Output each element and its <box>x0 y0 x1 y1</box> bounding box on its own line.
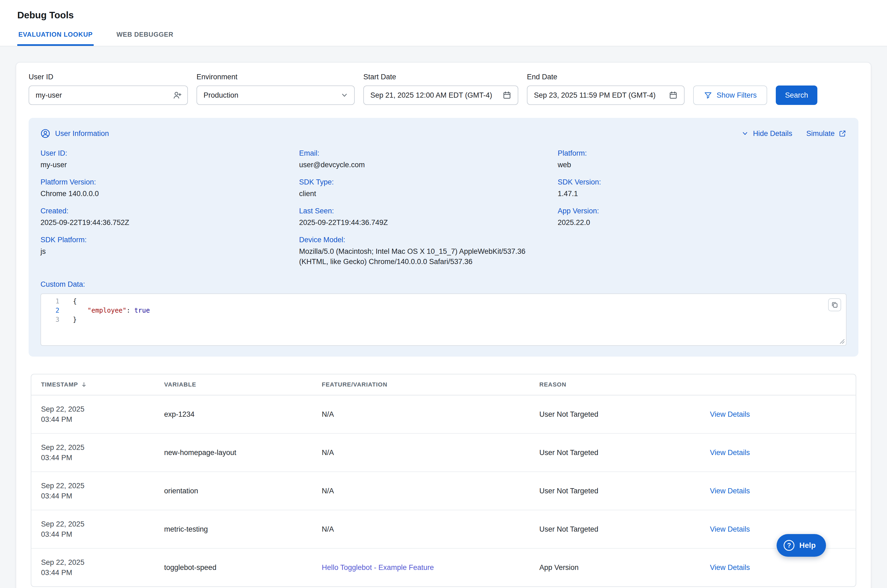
field-label: Platform Version: <box>41 178 299 186</box>
field-value: js <box>41 246 283 256</box>
environment-field: Environment Production <box>197 73 355 105</box>
timestamp-cell: Sep 22, 2025 03:44 PM <box>41 481 164 501</box>
user-info-field: Created: 2025-09-22T19:44:36.752Z <box>41 207 299 228</box>
environment-label: Environment <box>197 73 355 81</box>
user-info-column-2: Email: user@devcycle.com SDK Type: clien… <box>299 149 558 275</box>
evaluation-lookup-card: User ID Environment Production <box>16 62 871 588</box>
column-header-variable: VARIABLE <box>164 381 322 388</box>
field-label: Last Seen: <box>299 207 558 215</box>
end-date-value: Sep 23, 2025 11:59 PM EDT (GMT-4) <box>534 91 655 99</box>
simulate-button[interactable]: Simulate <box>806 129 846 138</box>
evaluations-table: TIMESTAMP VARIABLE FEATURE/VARIATION REA… <box>31 374 856 587</box>
end-date-input[interactable]: Sep 23, 2025 11:59 PM EDT (GMT-4) <box>527 86 684 105</box>
user-information-panel: User Information Hide Details Simulate <box>29 118 858 357</box>
user-info-field: Device Model: Mozilla/5.0 (Macintosh; In… <box>299 236 558 267</box>
user-information-title-wrap: User Information <box>41 129 109 138</box>
view-details-link[interactable]: View Details <box>710 564 750 572</box>
column-header-timestamp[interactable]: TIMESTAMP <box>41 381 164 388</box>
environment-select[interactable]: Production <box>197 86 355 105</box>
sort-descending-icon <box>81 381 87 388</box>
user-info-field: SDK Platform: js <box>41 236 299 256</box>
user-information-header: User Information Hide Details Simulate <box>41 129 846 138</box>
view-details-link[interactable]: View Details <box>710 448 750 457</box>
field-label: Created: <box>41 207 299 215</box>
field-value: Chrome 140.0.0.0 <box>41 189 283 199</box>
variable-cell: orientation <box>164 487 322 495</box>
variable-cell: metric-testing <box>164 525 322 534</box>
reason-cell: User Not Targeted <box>539 448 710 457</box>
start-date-label: Start Date <box>363 73 518 81</box>
reason-cell: User Not Targeted <box>539 487 710 495</box>
start-date-field: Start Date Sep 21, 2025 12:00 AM EDT (GM… <box>363 73 518 105</box>
question-circle-icon: ? <box>783 540 794 551</box>
tab-evaluation-lookup[interactable]: EVALUATION LOOKUP <box>17 31 94 46</box>
chevron-down-icon <box>741 129 749 138</box>
main-content: User ID Environment Production <box>0 46 887 588</box>
user-info-field: Last Seen: 2025-09-22T19:44:36.749Z <box>299 207 558 228</box>
user-info-field: SDK Version: 1.47.1 <box>558 178 846 199</box>
user-info-field: Platform Version: Chrome 140.0.0.0 <box>41 178 299 199</box>
end-date-label: End Date <box>527 73 684 81</box>
table-header-row: TIMESTAMP VARIABLE FEATURE/VARIATION REA… <box>31 374 856 395</box>
custom-data-label: Custom Data: <box>41 280 846 289</box>
search-button[interactable]: Search <box>776 86 817 105</box>
hide-details-label: Hide Details <box>753 129 792 138</box>
table-row: Sep 22, 2025 03:44 PM metric-testing N/A… <box>31 510 856 549</box>
code-line: } <box>73 315 150 324</box>
resize-handle[interactable] <box>839 339 845 344</box>
copy-icon <box>831 301 838 308</box>
show-filters-button[interactable]: Show Filters <box>693 86 767 105</box>
table-row: Sep 22, 2025 03:44 PM new-homepage-layou… <box>31 434 856 472</box>
table-row: Sep 22, 2025 03:44 PM togglebot-speed He… <box>31 549 856 586</box>
field-label: Device Model: <box>299 236 558 244</box>
feature-cell: N/A <box>322 448 539 457</box>
field-value: client <box>299 189 542 199</box>
timestamp-cell: Sep 22, 2025 03:44 PM <box>41 519 164 540</box>
field-value: web <box>558 160 801 170</box>
reason-cell: User Not Targeted <box>539 410 710 418</box>
show-filters-label: Show Filters <box>717 91 757 99</box>
view-details-link[interactable]: View Details <box>710 487 750 495</box>
start-date-input[interactable]: Sep 21, 2025 12:00 AM EDT (GMT-4) <box>363 86 518 105</box>
user-id-field: User ID <box>29 73 188 105</box>
feature-link[interactable]: Hello Togglebot - Example Feature <box>322 564 434 572</box>
line-number: 3 <box>41 315 59 324</box>
field-label: SDK Version: <box>558 178 846 186</box>
code-line: "employee": true <box>73 306 150 315</box>
variable-cell: togglebot-speed <box>164 564 322 572</box>
timestamp-cell: Sep 22, 2025 03:44 PM <box>41 442 164 463</box>
user-info-column-3: Platform: web SDK Version: 1.47.1 App Ve… <box>558 149 846 275</box>
feature-cell: N/A <box>322 487 539 495</box>
column-header-feature-variation: FEATURE/VARIATION <box>322 381 539 388</box>
table-row: Sep 22, 2025 03:44 PM exp-1234 N/A User … <box>31 395 856 434</box>
timestamp-cell: Sep 22, 2025 03:44 PM <box>41 557 164 578</box>
user-id-input[interactable] <box>29 86 188 105</box>
start-date-value: Sep 21, 2025 12:00 AM EDT (GMT-4) <box>370 91 492 99</box>
line-number: 1 <box>41 297 59 306</box>
variable-cell: exp-1234 <box>164 410 322 418</box>
field-value: 2025-09-22T19:44:36.749Z <box>299 218 542 228</box>
view-details-link[interactable]: View Details <box>710 410 750 418</box>
hide-details-button[interactable]: Hide Details <box>741 129 792 138</box>
feature-cell: N/A <box>322 410 539 418</box>
custom-data-code: { "employee": true } <box>59 297 150 345</box>
field-value: 2025.22.0 <box>558 218 801 228</box>
help-button[interactable]: ? Help <box>777 534 826 557</box>
reason-cell: App Version <box>539 564 710 572</box>
user-info-field: Platform: web <box>558 149 846 170</box>
user-circle-icon <box>41 129 50 138</box>
debug-tools-page: Debug Tools EVALUATION LOOKUP WEB DEBUGG… <box>0 0 887 588</box>
user-information-grid: User ID: my-user Platform Version: Chrom… <box>41 149 846 275</box>
variable-cell: new-homepage-layout <box>164 448 322 457</box>
user-info-column-1: User ID: my-user Platform Version: Chrom… <box>41 149 299 275</box>
user-info-field: Email: user@devcycle.com <box>299 149 558 170</box>
copy-button[interactable] <box>828 298 841 311</box>
field-value: 2025-09-22T19:44:36.752Z <box>41 218 283 228</box>
user-info-field: User ID: my-user <box>41 149 299 170</box>
timestamp-cell: Sep 22, 2025 03:44 PM <box>41 404 164 424</box>
view-details-link[interactable]: View Details <box>710 525 750 533</box>
custom-data-editor[interactable]: 1 2 3 { "employee": true } <box>41 294 846 346</box>
custom-data-section: Custom Data: 1 2 3 { "employee": true } <box>41 280 846 346</box>
page-header: Debug Tools EVALUATION LOOKUP WEB DEBUGG… <box>0 0 887 46</box>
tab-web-debugger[interactable]: WEB DEBUGGER <box>115 31 174 46</box>
